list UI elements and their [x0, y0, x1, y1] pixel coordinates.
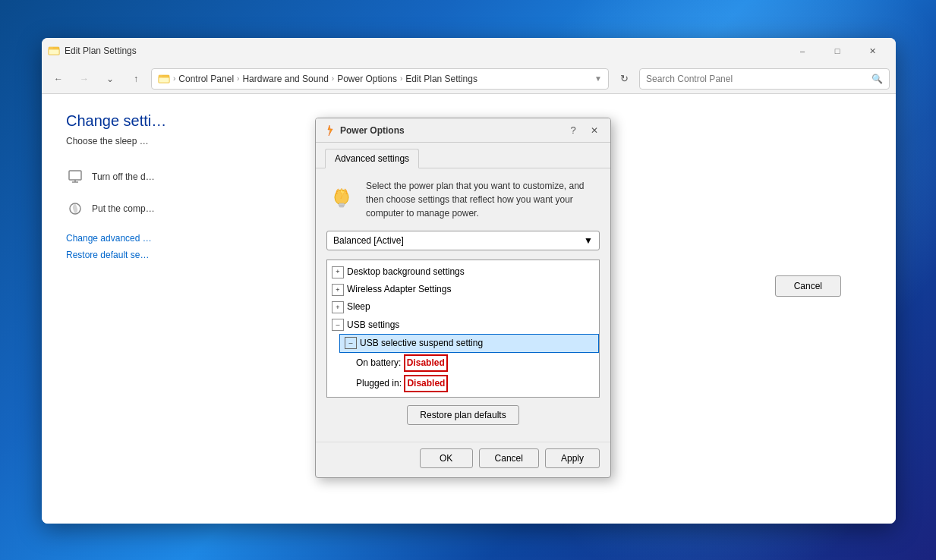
tree-item-plugged-in[interactable]: Plugged in: Disabled: [351, 373, 599, 394]
separator-3: ›: [332, 74, 334, 83]
dialog-close-button[interactable]: ✕: [586, 122, 603, 139]
up-button[interactable]: ↑: [125, 68, 147, 90]
address-bar: ← → ⌄ ↑ › Control Panel › Hardware and S…: [42, 64, 896, 94]
separator-4: ›: [400, 74, 402, 83]
tree-label-wireless: Wireless Adapter Settings: [347, 282, 451, 297]
minimize-button[interactable]: –: [785, 38, 820, 64]
monitor-icon: [66, 168, 84, 186]
svg-rect-6: [69, 171, 81, 180]
dialog-inner: Select the power plan that you want to c…: [316, 168, 610, 442]
apply-button[interactable]: Apply: [545, 448, 600, 468]
dialog-description: Select the power plan that you want to c…: [326, 179, 600, 220]
tree-item-desktop-bg[interactable]: + Desktop background settings: [327, 263, 599, 281]
power-options-dialog: Power Options ? ✕ Advanced settings: [315, 118, 611, 478]
tree-item-sleep[interactable]: + Sleep: [327, 298, 599, 316]
dialog-power-icon: [323, 124, 336, 137]
title-bar: Edit Plan Settings – □ ✕: [42, 38, 896, 64]
dropdown-arrow: ▼: [594, 74, 602, 83]
dialog-help-button[interactable]: ?: [565, 122, 581, 139]
forward-button[interactable]: →: [74, 68, 95, 90]
search-icon: 🔍: [871, 74, 883, 84]
separator-1: ›: [173, 74, 175, 83]
expand-sleep[interactable]: +: [332, 301, 344, 313]
back-button[interactable]: ←: [48, 68, 69, 90]
plan-label: Balanced [Active]: [333, 235, 404, 246]
tree-label-desktop-bg: Desktop background settings: [347, 265, 465, 279]
svg-rect-12: [339, 206, 344, 207]
tree-label-usb: USB settings: [347, 318, 399, 332]
dialog-titlebar: Power Options ? ✕: [316, 118, 610, 143]
breadcrumb-hardware-sound[interactable]: Hardware and Sound: [242, 74, 328, 84]
window-title: Edit Plan Settings: [65, 46, 785, 56]
tree-item-intel-graphics[interactable]: + Intel(R) Graphics Settings: [327, 394, 599, 398]
svg-rect-5: [159, 75, 162, 77]
tree-label-on-battery: On battery:: [356, 356, 404, 370]
expand-desktop-bg[interactable]: +: [332, 266, 344, 278]
tree-label-intel-graphics: Intel(R) Graphics Settings: [347, 395, 451, 398]
search-input[interactable]: [646, 74, 867, 84]
search-box: 🔍: [639, 68, 890, 90]
dialog-desc-text: Select the power plan that you want to c…: [366, 179, 600, 220]
tree-value-on-battery: Disabled: [404, 354, 448, 372]
restore-plan-defaults-button[interactable]: Restore plan defaults: [407, 405, 518, 425]
svg-rect-4: [159, 77, 169, 83]
breadcrumb[interactable]: › Control Panel › Hardware and Sound › P…: [151, 68, 609, 90]
expand-intel-graphics[interactable]: +: [332, 397, 344, 398]
dropdown-arrow-icon: ▼: [584, 235, 593, 246]
tree-item-usb[interactable]: – USB settings: [327, 316, 599, 334]
tree-label-sleep: Sleep: [347, 300, 370, 314]
plan-dropdown[interactable]: Balanced [Active] ▼: [326, 231, 600, 250]
refresh-button[interactable]: ↻: [613, 68, 635, 90]
dialog-body: Advanced settings Select the power plan …: [316, 143, 610, 477]
expand-usb-suspend[interactable]: –: [345, 337, 357, 349]
svg-rect-1: [49, 49, 59, 55]
separator-2: ›: [237, 74, 239, 83]
dialog-tab-bar: Advanced settings: [316, 143, 610, 168]
svg-rect-2: [49, 47, 53, 49]
expand-wireless[interactable]: +: [332, 284, 344, 296]
breadcrumb-power-options[interactable]: Power Options: [337, 74, 397, 84]
expand-usb[interactable]: –: [332, 319, 344, 331]
restore-btn-row: Restore plan defaults: [326, 405, 600, 425]
explorer-icon: [48, 45, 60, 57]
dialog-cancel-button[interactable]: Cancel: [479, 448, 539, 468]
window-controls: – □ ✕: [785, 38, 890, 64]
cancel-button[interactable]: Cancel: [775, 275, 841, 297]
ok-button[interactable]: OK: [420, 448, 473, 468]
close-button[interactable]: ✕: [855, 38, 890, 64]
folder-icon: [158, 73, 170, 85]
tree-item-usb-suspend[interactable]: – USB selective suspend setting: [339, 334, 599, 353]
tree-item-on-battery[interactable]: On battery: Disabled: [351, 353, 599, 373]
tree-label-plugged-in: Plugged in:: [356, 376, 404, 391]
breadcrumb-control-panel[interactable]: Control Panel: [178, 74, 234, 84]
tree-label-usb-suspend: USB selective suspend setting: [360, 336, 483, 351]
breadcrumb-edit-plan[interactable]: Edit Plan Settings: [405, 74, 477, 84]
put-comp-label: Put the comp…: [92, 203, 155, 214]
advanced-settings-tab[interactable]: Advanced settings: [325, 149, 419, 168]
settings-tree[interactable]: + Desktop background settings + Wireless…: [326, 260, 600, 398]
dialog-title: Power Options: [340, 125, 560, 136]
svg-rect-11: [339, 203, 345, 206]
power-lamp-icon: [326, 179, 357, 209]
dialog-footer: OK Cancel Apply: [316, 442, 610, 477]
turn-off-label: Turn off the d…: [92, 171, 155, 182]
tree-item-wireless[interactable]: + Wireless Adapter Settings: [327, 281, 599, 298]
sleep-icon: [66, 200, 84, 218]
recent-locations-button[interactable]: ⌄: [99, 68, 121, 90]
tree-value-plugged-in: Disabled: [404, 375, 448, 392]
maximize-button[interactable]: □: [820, 38, 855, 64]
